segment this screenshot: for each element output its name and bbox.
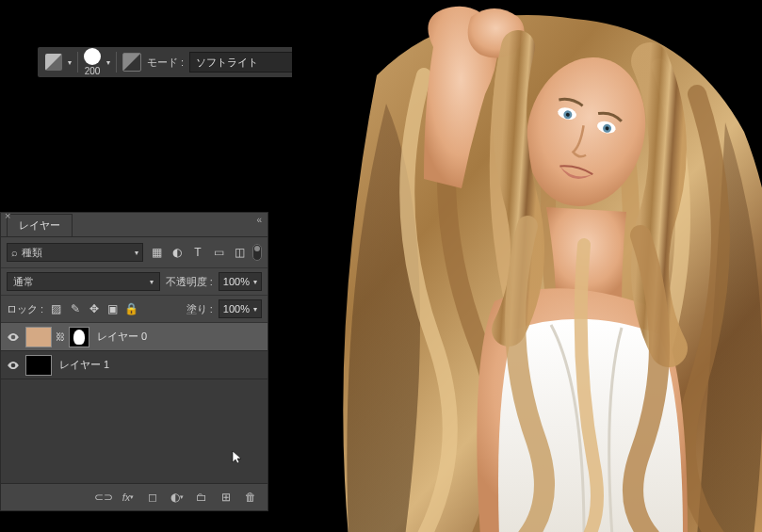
layer-row[interactable]: レイヤー 1 <box>1 351 268 379</box>
layers-empty-area <box>1 379 268 483</box>
mode-label: モード : <box>147 56 184 70</box>
delete-layer-icon[interactable]: 🗑 <box>243 490 258 505</box>
layer-opacity-label: 不透明度 : <box>166 275 213 289</box>
layer-opacity-input[interactable]: 100% ▾ <box>219 272 262 291</box>
adjustment-filter-icon[interactable]: ◐ <box>170 245 185 260</box>
chevron-down-icon: ▾ <box>253 305 257 314</box>
visibility-icon[interactable] <box>5 329 22 346</box>
mask-thumbnail[interactable] <box>69 327 89 347</box>
chevron-down-icon: ▾ <box>135 249 138 257</box>
fill-value: 100% <box>223 303 250 314</box>
model-photo <box>311 0 762 532</box>
filter-row: ⌕ 種類 ▾ ▦ ◐ T ▭ ◫ <box>1 237 268 268</box>
mask-link-icon[interactable]: ⛓ <box>56 331 65 342</box>
lock-row: ロック : ▨ ✎ ✥ ▣ 🔒 塗り : 100% ▾ <box>1 296 268 323</box>
canvas[interactable] <box>292 0 762 532</box>
collapse-icon[interactable]: « <box>256 215 262 225</box>
link-layers-icon[interactable]: ⊂⊃ <box>96 490 111 505</box>
filter-kind-dropdown[interactable]: ⌕ 種類 ▾ <box>7 243 143 262</box>
lock-icons: ▨ ✎ ✥ ▣ 🔒 <box>49 302 138 316</box>
layer-opacity-value: 100% <box>223 276 250 287</box>
filter-kind-value: 種類 <box>22 246 42 260</box>
layer-thumbnail[interactable] <box>25 355 52 376</box>
panel-footer: ⊂⊃ fx▾ ◻ ◐▾ 🗀 ⊞ 🗑 <box>1 483 268 510</box>
brush-tool-icon[interactable] <box>45 54 62 71</box>
brush-preview-icon <box>84 48 101 65</box>
adjustment-layer-icon[interactable]: ◐▾ <box>170 490 185 505</box>
chevron-down-icon: ▾ <box>150 278 154 286</box>
layer-thumbnail[interactable] <box>25 327 52 347</box>
lock-artboard-icon[interactable]: ▣ <box>105 302 120 316</box>
layer-row[interactable]: ⛓ レイヤー 0 <box>1 323 268 351</box>
chevron-down-icon: ▾ <box>253 278 257 286</box>
smartobject-filter-icon[interactable]: ◫ <box>232 245 247 260</box>
lock-label: ロック : <box>7 302 43 316</box>
visibility-icon[interactable] <box>5 357 22 374</box>
layer-blend-dropdown[interactable]: 通常 ▾ <box>7 272 160 291</box>
layer-name[interactable]: レイヤー 0 <box>97 330 147 344</box>
type-filter-icon[interactable]: T <box>190 245 205 260</box>
blend-mode-value: ソフトライト <box>196 56 258 70</box>
filter-icons: ▦ ◐ T ▭ ◫ <box>149 245 247 260</box>
lock-position-icon[interactable]: ✥ <box>87 302 101 316</box>
lock-pixels-icon[interactable]: ✎ <box>68 302 82 316</box>
brush-panel-toggle-icon[interactable] <box>122 53 141 72</box>
panel-tabs: レイヤー <box>1 213 268 237</box>
close-icon[interactable]: × <box>5 211 14 220</box>
divider <box>116 52 117 73</box>
brush-preset-picker[interactable]: 200 <box>84 48 101 76</box>
blend-row: 通常 ▾ 不透明度 : 100% ▾ <box>1 268 268 296</box>
fx-icon[interactable]: fx▾ <box>121 490 136 505</box>
chevron-down-icon[interactable]: ▾ <box>68 58 72 67</box>
fill-input[interactable]: 100% ▾ <box>219 299 262 318</box>
fill-label: 塗り : <box>186 302 213 316</box>
shape-filter-icon[interactable]: ▭ <box>211 245 226 260</box>
layers-list: ⛓ レイヤー 0 レイヤー 1 <box>1 323 268 379</box>
chevron-down-icon[interactable]: ▾ <box>106 58 110 67</box>
new-layer-icon[interactable]: ⊞ <box>219 490 234 505</box>
layer-blend-value: 通常 <box>13 275 34 289</box>
new-group-icon[interactable]: 🗀 <box>194 490 209 505</box>
tab-layers[interactable]: レイヤー <box>7 214 73 236</box>
pixel-filter-icon[interactable]: ▦ <box>149 245 164 260</box>
layers-panel: × « レイヤー ⌕ 種類 ▾ ▦ ◐ T ▭ ◫ 通常 ▾ 不透明度 : 10… <box>0 212 268 511</box>
search-icon: ⌕ <box>11 247 18 258</box>
brush-size-label: 200 <box>85 66 101 76</box>
filter-toggle[interactable] <box>252 244 262 261</box>
add-mask-icon[interactable]: ◻ <box>145 490 160 505</box>
lock-all-icon[interactable]: 🔒 <box>124 302 138 316</box>
layer-name[interactable]: レイヤー 1 <box>59 358 109 372</box>
lock-transparency-icon[interactable]: ▨ <box>49 302 63 316</box>
divider <box>77 52 78 73</box>
